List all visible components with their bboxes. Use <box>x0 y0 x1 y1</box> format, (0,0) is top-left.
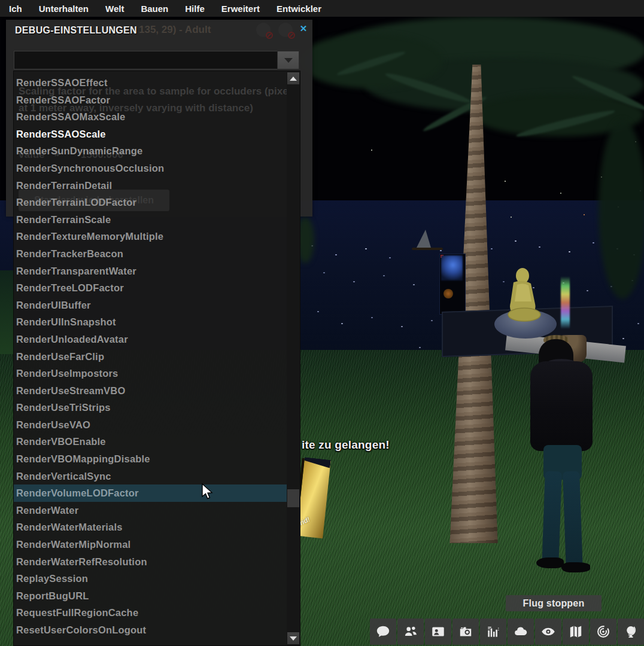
screen-orange-art <box>443 289 453 298</box>
settings-list-item[interactable]: RenderUIBuffer <box>14 297 288 314</box>
settings-list-item[interactable]: RenderUIInSnapshot <box>14 313 288 331</box>
triangle-up-icon <box>290 77 297 81</box>
rainbow-prism-beam <box>561 276 570 329</box>
background-location-text: 135, 29) - Adult <box>139 24 211 36</box>
settings-dropdown-list: Scaling factor for the area to sample fo… <box>13 71 300 646</box>
settings-list-item[interactable]: RenderVBOMappingDisable <box>14 450 288 468</box>
menu-item[interactable]: Hilfe <box>185 4 205 14</box>
stats-button[interactable] <box>480 618 506 645</box>
world-map-button[interactable] <box>618 618 644 645</box>
menu-item[interactable]: Entwickler <box>277 4 321 14</box>
hover-text: ite zu gelangen! <box>302 438 390 452</box>
chat-icon <box>375 624 391 639</box>
screen-blue-art <box>441 255 463 281</box>
settings-list-item[interactable]: RenderSynchronousOcclusion <box>14 160 288 177</box>
menu-item[interactable]: Ich <box>9 4 22 14</box>
settings-list-item[interactable]: RenderTextureMemoryMultiple <box>14 228 288 245</box>
avatar-left-leg <box>542 471 562 568</box>
settings-list-item[interactable]: ReplaySession <box>14 570 288 587</box>
main-menu-bar: IchUnterhaltenWeltBauenHilfeErweitertEnt… <box>0 0 644 17</box>
settings-list-item[interactable]: RenderUseFarClip <box>14 348 288 365</box>
settings-list-item[interactable]: RenderTerrainLODFactor <box>14 194 288 211</box>
scroll-down-button[interactable] <box>287 632 299 644</box>
settings-list-item[interactable]: RenderUseStreamVBO <box>14 382 288 400</box>
menu-item[interactable]: Erweitert <box>221 4 260 14</box>
avatar-right-leg <box>563 471 583 572</box>
camera-icon <box>458 624 473 639</box>
scroll-up-button[interactable] <box>287 72 299 84</box>
settings-list-item[interactable]: RenderSSAOScale <box>14 126 288 143</box>
settings-list-item[interactable]: RenderVerticalSync <box>14 468 288 485</box>
chevron-down-icon <box>284 58 293 63</box>
map-icon <box>568 624 584 639</box>
settings-list-item[interactable]: RenderTreeLODFactor <box>14 279 288 297</box>
chat-button[interactable] <box>370 618 396 645</box>
people-icon <box>403 624 418 639</box>
camera-view-button[interactable] <box>535 618 561 645</box>
settings-list-item[interactable]: RenderWater <box>14 502 288 519</box>
list-scrollbar[interactable] <box>287 71 300 645</box>
menu-item[interactable]: Bauen <box>141 4 168 14</box>
stop-flying-button[interactable]: Flug stoppen <box>506 595 602 611</box>
stats-icon <box>485 624 501 639</box>
menu-item[interactable]: Unterhalten <box>39 4 89 14</box>
profile-button[interactable] <box>425 618 451 645</box>
buddha-statue <box>500 267 546 322</box>
settings-list-item[interactable]: RenderVBOEnable <box>14 433 288 450</box>
bottom-toolbar <box>370 618 644 645</box>
globe-icon <box>623 624 639 639</box>
settings-list-item[interactable]: RenderSunDynamicRange <box>14 142 288 160</box>
settings-list-item[interactable]: RequestFullRegionCache <box>14 604 288 621</box>
settings-list-item[interactable]: RenderUseTriStrips <box>14 399 288 416</box>
settings-list-item[interactable]: RenderTransparentWater <box>14 263 288 280</box>
settings-list-item[interactable]: RenderWaterRefResolution <box>14 553 288 571</box>
eye-icon <box>540 624 556 639</box>
sailboat-hull <box>412 248 443 250</box>
combo-dropdown-button[interactable] <box>277 51 299 69</box>
settings-list-item[interactable]: ReportBugURL <box>14 587 288 605</box>
avatar-right-shoe <box>561 562 590 572</box>
avatar <box>527 335 616 574</box>
settings-list-item[interactable]: RenderTerrainDetail <box>14 177 288 194</box>
map-button[interactable] <box>563 618 589 645</box>
cloud-icon <box>513 624 528 639</box>
menu-item[interactable]: Welt <box>105 4 124 14</box>
sailboat-icon <box>417 230 431 248</box>
minimap-button[interactable] <box>590 618 616 645</box>
cloud-button[interactable] <box>508 618 534 645</box>
settings-list-item[interactable]: RenderSSAOFactor <box>14 92 288 109</box>
triangle-down-icon <box>290 636 297 641</box>
settings-list-item[interactable]: RenderWaterMaterials <box>14 519 288 536</box>
muted-hexagon-icon <box>256 23 271 37</box>
scrollbar-thumb[interactable] <box>287 489 299 507</box>
avatar-left-shoe <box>536 557 564 568</box>
avatar-hoodie <box>530 361 593 451</box>
people-button[interactable] <box>397 618 424 645</box>
art-display-screen <box>439 254 466 315</box>
settings-items: RenderSSAOEffectRenderSSAOFactorRenderSS… <box>14 74 288 639</box>
radar-circles-icon <box>596 624 611 639</box>
settings-list-item[interactable]: RenderTrackerBeacon <box>14 245 288 263</box>
muted-voice-icon <box>278 23 293 37</box>
close-icon[interactable]: ✕ <box>299 24 308 33</box>
settings-list-item[interactable]: RenderVolumeLODFactor <box>14 484 288 502</box>
setting-search-input[interactable] <box>14 51 277 69</box>
settings-list-item[interactable]: RenderSSAOMaxScale <box>14 108 288 126</box>
settings-list-item[interactable]: RenderUnloadedAvatar <box>14 331 288 348</box>
settings-list-item[interactable]: ResetUserColorsOnLogout <box>14 621 288 639</box>
profile-card-icon <box>430 624 446 639</box>
settings-list-item[interactable]: RenderTerrainScale <box>14 211 288 228</box>
settings-list-item[interactable]: RenderWaterMipNormal <box>14 536 288 553</box>
setting-search-combo <box>14 51 299 69</box>
settings-list-item[interactable]: RenderSSAOEffect <box>14 74 288 92</box>
floater-title: DEBUG-EINSTELLUNGEN <box>15 25 137 36</box>
settings-list-item[interactable]: RenderUseVAO <box>14 416 288 434</box>
snapshot-button[interactable] <box>452 618 479 645</box>
settings-list-item[interactable]: RenderUseImpostors <box>14 365 288 382</box>
